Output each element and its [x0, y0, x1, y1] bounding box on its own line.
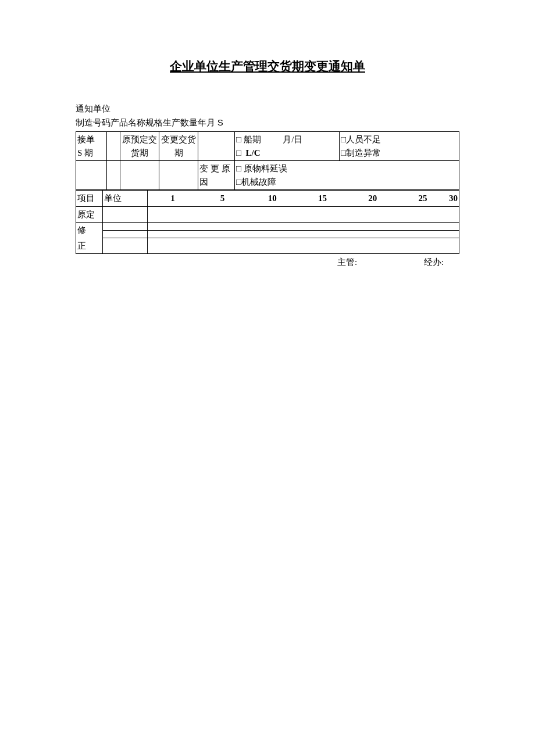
row-revise-2: 正: [76, 238, 103, 254]
reason-material-machine: □ 原物料延误 □机械故障: [235, 161, 459, 190]
changed-delivery-label: 变更交货 期: [159, 132, 198, 161]
change-reason-label: 变 更 原因: [198, 161, 235, 190]
col-30: 30: [448, 191, 459, 207]
col-15: 15: [297, 191, 347, 207]
order-period-label: 接单 S 期: [76, 132, 107, 161]
supervisor-label: 主管:: [337, 257, 422, 268]
footer-line: 主管: 经办:: [76, 257, 459, 268]
col-5: 5: [198, 191, 248, 207]
row-revise-1: 修: [76, 223, 103, 238]
product-info-suffix: S: [217, 117, 223, 127]
original-delivery-label: 原预定交 货期: [120, 132, 159, 161]
notify-unit-label: 通知单位: [76, 103, 459, 114]
empty-cell: [159, 161, 198, 190]
empty-cell: [120, 161, 159, 190]
reason-shipdate-lc: □ 船期 月/日 □ L/C: [235, 132, 340, 161]
empty-cell: [148, 238, 459, 254]
empty-cell: [198, 132, 235, 161]
main-table: 接单 S 期 原预定交 货期 变更交货 期 □ 船期 月/日 □ L/C: [76, 131, 459, 190]
col-1: 1: [148, 191, 198, 207]
empty-cell: [103, 223, 148, 231]
empty-cell: [76, 161, 107, 190]
product-info-line: 制造号码产品名称规格生产数量年月 S: [76, 117, 459, 128]
empty-cell: [103, 238, 148, 254]
empty-cell: [107, 161, 120, 190]
empty-cell: [107, 132, 120, 161]
page-title: 企业单位生产管理交货期变更通知单: [76, 58, 459, 74]
reason-staff-mfg: □人员不足 □制造异常: [340, 132, 459, 161]
handler-label: 经办:: [424, 257, 444, 267]
unit-header: 单位: [103, 191, 148, 207]
row-original: 原定: [76, 206, 103, 223]
item-header: 项目: [76, 191, 103, 207]
schedule-table: 项目 单位 1 5 10 15 20 25 30 原定 修 正: [76, 190, 459, 254]
empty-cell: [148, 230, 459, 238]
product-info-prefix: 制造号码产品名称规格生产数量年月: [76, 118, 215, 127]
col-20: 20: [348, 191, 398, 207]
empty-cell: [148, 206, 459, 223]
col-25: 25: [398, 191, 448, 207]
empty-cell: [148, 223, 459, 231]
empty-cell: [103, 206, 148, 223]
col-10: 10: [247, 191, 297, 207]
empty-cell: [103, 230, 148, 238]
